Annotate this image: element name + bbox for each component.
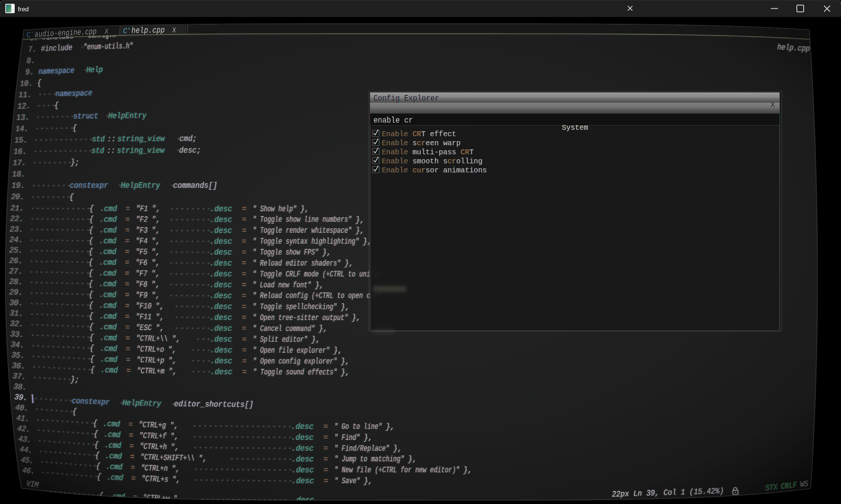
svg-text:fred: fred — [18, 6, 29, 13]
